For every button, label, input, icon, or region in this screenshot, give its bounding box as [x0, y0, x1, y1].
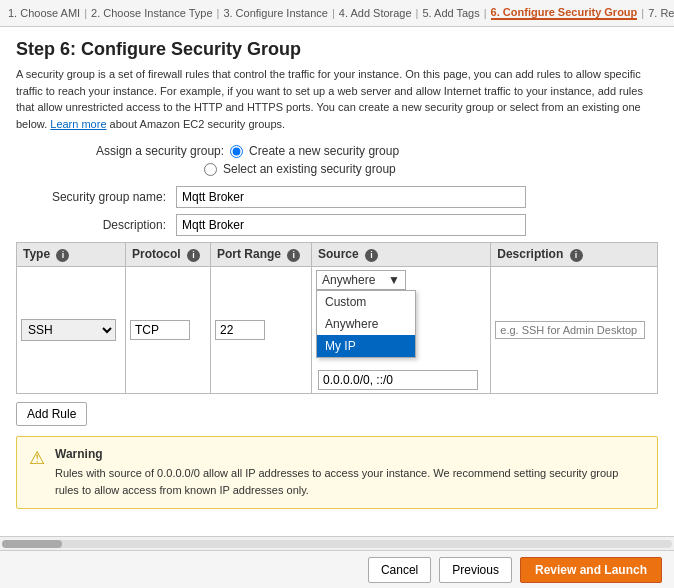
warning-content: Warning Rules with source of 0.0.0.0/0 a…	[55, 447, 645, 498]
port-info-icon[interactable]: i	[287, 249, 300, 262]
protocol-input[interactable]	[130, 320, 190, 340]
existing-radio-row: Select an existing security group	[204, 162, 658, 176]
source-option-anywhere[interactable]: Anywhere	[317, 313, 415, 335]
step-1[interactable]: 1. Choose AMI	[8, 7, 80, 19]
source-dropdown-button[interactable]: Anywhere ▼	[316, 270, 406, 290]
cancel-button[interactable]: Cancel	[368, 557, 431, 583]
footer: Cancel Previous Review and Launch	[0, 550, 674, 588]
name-input[interactable]	[176, 186, 526, 208]
step-3[interactable]: 3. Configure Instance	[223, 7, 328, 19]
create-new-label: Create a new security group	[249, 144, 399, 158]
name-row: Security group name:	[16, 186, 658, 208]
assign-label: Assign a security group:	[96, 144, 224, 158]
scrollbar-thumb[interactable]	[2, 540, 62, 548]
col-source: Source i	[311, 243, 490, 267]
learn-more-link[interactable]: Learn more	[50, 118, 106, 130]
source-container: Anywhere ▼ Custom Anywhere My IP	[316, 270, 406, 290]
assign-label-row: Assign a security group: Create a new se…	[96, 144, 658, 158]
create-new-radio[interactable]	[230, 145, 243, 158]
name-label: Security group name:	[16, 190, 176, 204]
scrollbar-track	[2, 540, 672, 548]
previous-button[interactable]: Previous	[439, 557, 512, 583]
table-row: SSH Anywhere ▼	[17, 267, 658, 394]
add-rule-button[interactable]: Add Rule	[16, 402, 87, 426]
warning-text: Rules with source of 0.0.0.0/0 allow all…	[55, 465, 645, 498]
page-title: Step 6: Configure Security Group	[16, 39, 658, 60]
col-description: Description i	[491, 243, 658, 267]
review-launch-button[interactable]: Review and Launch	[520, 557, 662, 583]
description-row: Description:	[16, 214, 658, 236]
main-content: Step 6: Configure Security Group A secur…	[0, 27, 674, 521]
col-port-range: Port Range i	[210, 243, 311, 267]
dropdown-arrow-icon: ▼	[388, 273, 400, 287]
source-option-custom[interactable]: Custom	[317, 291, 415, 313]
step-7[interactable]: 7. Review	[648, 7, 674, 19]
assign-security-group: Assign a security group: Create a new se…	[96, 144, 658, 176]
col-protocol: Protocol i	[126, 243, 211, 267]
select-existing-radio[interactable]	[204, 163, 217, 176]
port-range-input[interactable]	[215, 320, 265, 340]
step-4[interactable]: 4. Add Storage	[339, 7, 412, 19]
horizontal-scrollbar[interactable]	[0, 536, 674, 550]
rules-table: Type i Protocol i Port Range i Source i …	[16, 242, 658, 394]
steps-bar: 1. Choose AMI | 2. Choose Instance Type …	[0, 0, 674, 27]
col-type: Type i	[17, 243, 126, 267]
protocol-info-icon[interactable]: i	[187, 249, 200, 262]
page-description: A security group is a set of firewall ru…	[16, 66, 658, 132]
description-label: Description:	[16, 218, 176, 232]
rule-description-input[interactable]	[495, 321, 645, 339]
desc-col-info-icon[interactable]: i	[570, 249, 583, 262]
cidr-input[interactable]	[318, 370, 478, 390]
type-select[interactable]: SSH	[21, 319, 116, 341]
source-dropdown-menu: Custom Anywhere My IP	[316, 290, 416, 358]
type-info-icon[interactable]: i	[56, 249, 69, 262]
source-option-myip[interactable]: My IP	[317, 335, 415, 357]
source-selected-value: Anywhere	[322, 273, 375, 287]
warning-icon: ⚠	[29, 447, 45, 469]
source-info-icon[interactable]: i	[365, 249, 378, 262]
select-existing-label: Select an existing security group	[223, 162, 396, 176]
warning-box: ⚠ Warning Rules with source of 0.0.0.0/0…	[16, 436, 658, 509]
warning-title: Warning	[55, 447, 645, 461]
step-6[interactable]: 6. Configure Security Group	[491, 6, 638, 20]
step-2[interactable]: 2. Choose Instance Type	[91, 7, 213, 19]
step-5[interactable]: 5. Add Tags	[422, 7, 479, 19]
description-input[interactable]	[176, 214, 526, 236]
